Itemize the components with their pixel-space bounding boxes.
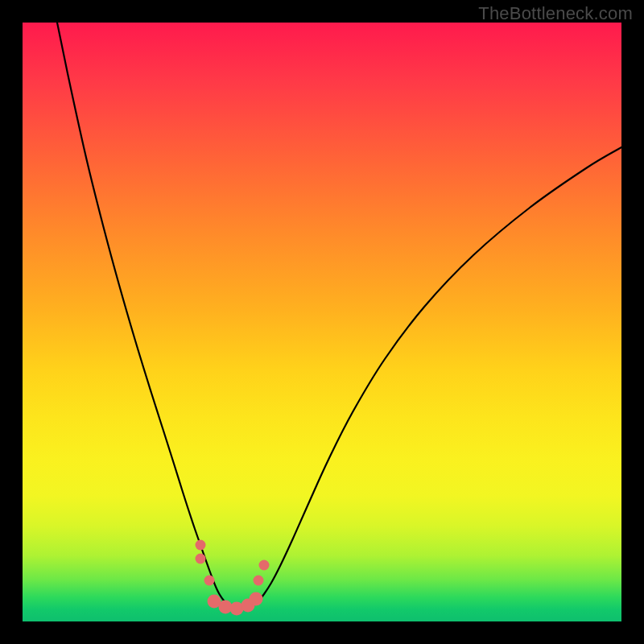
plot-area [23, 23, 621, 621]
valley-dot [259, 560, 270, 571]
watermark-text: TheBottleneck.com [478, 3, 633, 24]
valley-dot [204, 576, 215, 586]
valley-dot [254, 576, 264, 586]
bottleneck-curve [57, 23, 621, 609]
valley-dot [250, 592, 263, 606]
valley-dots-group [196, 540, 270, 616]
valley-dot [196, 540, 206, 551]
valley-dot [196, 554, 206, 564]
chart-frame: TheBottleneck.com [0, 0, 644, 644]
curve-layer [23, 23, 621, 621]
